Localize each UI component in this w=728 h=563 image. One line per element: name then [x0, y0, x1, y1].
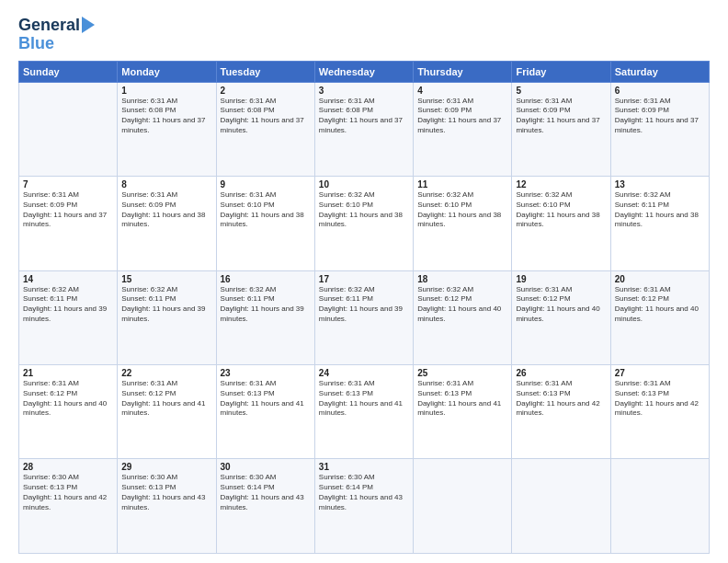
day-cell: 22Sunrise: 6:31 AM Sunset: 6:12 PM Dayli… — [118, 365, 216, 459]
day-number: 1 — [121, 86, 211, 96]
day-info: Sunrise: 6:31 AM Sunset: 6:12 PM Dayligh… — [615, 285, 705, 325]
day-number: 21 — [23, 368, 113, 378]
day-cell: 12Sunrise: 6:32 AM Sunset: 6:10 PM Dayli… — [512, 177, 610, 270]
day-cell: 18Sunrise: 6:32 AM Sunset: 6:12 PM Dayli… — [414, 270, 512, 364]
week-row-2: 7Sunrise: 6:31 AM Sunset: 6:09 PM Daylig… — [19, 177, 710, 270]
logo-text-general: General — [18, 17, 80, 35]
day-cell — [19, 82, 118, 176]
day-header-wednesday: Wednesday — [314, 61, 413, 82]
day-number: 7 — [23, 179, 113, 190]
day-cell: 19Sunrise: 6:31 AM Sunset: 6:12 PM Dayli… — [512, 270, 610, 364]
day-header-thursday: Thursday — [414, 61, 512, 82]
day-cell: 8Sunrise: 6:31 AM Sunset: 6:09 PM Daylig… — [118, 177, 216, 270]
day-cell: 17Sunrise: 6:32 AM Sunset: 6:11 PM Dayli… — [314, 270, 413, 364]
day-info: Sunrise: 6:32 AM Sunset: 6:11 PM Dayligh… — [221, 285, 311, 325]
day-cell: 13Sunrise: 6:32 AM Sunset: 6:11 PM Dayli… — [610, 177, 709, 270]
day-info: Sunrise: 6:32 AM Sunset: 6:12 PM Dayligh… — [417, 285, 507, 325]
day-info: Sunrise: 6:31 AM Sunset: 6:08 PM Dayligh… — [221, 97, 311, 136]
day-cell: 15Sunrise: 6:32 AM Sunset: 6:11 PM Dayli… — [118, 270, 216, 364]
day-info: Sunrise: 6:30 AM Sunset: 6:14 PM Dayligh… — [221, 473, 311, 512]
day-cell: 14Sunrise: 6:32 AM Sunset: 6:11 PM Dayli… — [19, 270, 118, 364]
day-number: 15 — [121, 274, 211, 284]
day-number: 6 — [615, 86, 705, 96]
day-info: Sunrise: 6:30 AM Sunset: 6:13 PM Dayligh… — [121, 473, 211, 512]
day-cell: 2Sunrise: 6:31 AM Sunset: 6:08 PM Daylig… — [216, 82, 314, 176]
header-row: SundayMondayTuesdayWednesdayThursdayFrid… — [19, 61, 710, 82]
day-cell: 29Sunrise: 6:30 AM Sunset: 6:13 PM Dayli… — [118, 459, 216, 554]
day-info: Sunrise: 6:32 AM Sunset: 6:11 PM Dayligh… — [23, 285, 113, 325]
day-number: 30 — [221, 462, 311, 472]
day-number: 13 — [615, 179, 705, 190]
day-number: 17 — [319, 274, 409, 284]
day-info: Sunrise: 6:32 AM Sunset: 6:10 PM Dayligh… — [417, 190, 507, 230]
day-info: Sunrise: 6:30 AM Sunset: 6:13 PM Dayligh… — [23, 473, 113, 512]
day-number: 9 — [221, 179, 311, 190]
day-info: Sunrise: 6:32 AM Sunset: 6:11 PM Dayligh… — [121, 285, 211, 325]
logo: General Blue — [18, 17, 95, 53]
day-cell: 25Sunrise: 6:31 AM Sunset: 6:13 PM Dayli… — [414, 365, 512, 459]
day-number: 4 — [417, 86, 507, 96]
day-info: Sunrise: 6:31 AM Sunset: 6:08 PM Dayligh… — [319, 97, 409, 136]
day-info: Sunrise: 6:31 AM Sunset: 6:09 PM Dayligh… — [417, 97, 507, 136]
day-cell: 23Sunrise: 6:31 AM Sunset: 6:13 PM Dayli… — [216, 365, 314, 459]
day-cell: 16Sunrise: 6:32 AM Sunset: 6:11 PM Dayli… — [216, 270, 314, 364]
page: General Blue SundayMondayTuesdayWednesda… — [0, 0, 728, 563]
day-number: 5 — [516, 86, 606, 96]
day-info: Sunrise: 6:31 AM Sunset: 6:13 PM Dayligh… — [417, 379, 507, 419]
day-cell: 31Sunrise: 6:30 AM Sunset: 6:14 PM Dayli… — [314, 459, 413, 554]
day-cell: 11Sunrise: 6:32 AM Sunset: 6:10 PM Dayli… — [414, 177, 512, 270]
week-row-1: 1Sunrise: 6:31 AM Sunset: 6:08 PM Daylig… — [19, 82, 710, 176]
day-cell: 3Sunrise: 6:31 AM Sunset: 6:08 PM Daylig… — [314, 82, 413, 176]
day-info: Sunrise: 6:32 AM Sunset: 6:11 PM Dayligh… — [319, 285, 409, 325]
day-header-friday: Friday — [512, 61, 610, 82]
day-number: 11 — [417, 179, 507, 190]
day-cell: 24Sunrise: 6:31 AM Sunset: 6:13 PM Dayli… — [314, 365, 413, 459]
day-header-sunday: Sunday — [19, 61, 118, 82]
logo-arrow-icon — [82, 17, 95, 33]
day-info: Sunrise: 6:31 AM Sunset: 6:12 PM Dayligh… — [516, 285, 606, 325]
day-cell: 20Sunrise: 6:31 AM Sunset: 6:12 PM Dayli… — [610, 270, 709, 364]
day-number: 3 — [319, 86, 409, 96]
day-number: 31 — [319, 462, 409, 472]
day-info: Sunrise: 6:31 AM Sunset: 6:09 PM Dayligh… — [516, 97, 606, 136]
day-number: 24 — [319, 368, 409, 378]
day-header-saturday: Saturday — [610, 61, 709, 82]
day-info: Sunrise: 6:31 AM Sunset: 6:12 PM Dayligh… — [121, 379, 211, 419]
day-info: Sunrise: 6:31 AM Sunset: 6:13 PM Dayligh… — [516, 379, 606, 419]
day-info: Sunrise: 6:31 AM Sunset: 6:13 PM Dayligh… — [319, 379, 409, 419]
day-info: Sunrise: 6:30 AM Sunset: 6:14 PM Dayligh… — [319, 473, 409, 512]
day-cell: 10Sunrise: 6:32 AM Sunset: 6:10 PM Dayli… — [314, 177, 413, 270]
day-number: 8 — [121, 179, 211, 190]
day-cell: 26Sunrise: 6:31 AM Sunset: 6:13 PM Dayli… — [512, 365, 610, 459]
day-info: Sunrise: 6:32 AM Sunset: 6:10 PM Dayligh… — [319, 190, 409, 230]
day-number: 2 — [221, 86, 311, 96]
day-number: 29 — [121, 462, 211, 472]
day-info: Sunrise: 6:32 AM Sunset: 6:10 PM Dayligh… — [516, 190, 606, 230]
day-cell: 6Sunrise: 6:31 AM Sunset: 6:09 PM Daylig… — [610, 82, 709, 176]
day-number: 23 — [221, 368, 311, 378]
day-cell: 28Sunrise: 6:30 AM Sunset: 6:13 PM Dayli… — [19, 459, 118, 554]
day-info: Sunrise: 6:31 AM Sunset: 6:13 PM Dayligh… — [221, 379, 311, 419]
day-header-monday: Monday — [118, 61, 216, 82]
day-info: Sunrise: 6:31 AM Sunset: 6:09 PM Dayligh… — [615, 97, 705, 136]
day-number: 14 — [23, 274, 113, 284]
week-row-5: 28Sunrise: 6:30 AM Sunset: 6:13 PM Dayli… — [19, 459, 710, 554]
day-info: Sunrise: 6:31 AM Sunset: 6:13 PM Dayligh… — [615, 379, 705, 419]
day-cell: 30Sunrise: 6:30 AM Sunset: 6:14 PM Dayli… — [216, 459, 314, 554]
day-cell — [512, 459, 610, 554]
day-cell — [610, 459, 709, 554]
day-info: Sunrise: 6:32 AM Sunset: 6:11 PM Dayligh… — [615, 190, 705, 230]
day-info: Sunrise: 6:31 AM Sunset: 6:09 PM Dayligh… — [121, 190, 211, 230]
day-cell — [414, 459, 512, 554]
day-number: 12 — [516, 179, 606, 190]
day-number: 22 — [121, 368, 211, 378]
day-cell: 9Sunrise: 6:31 AM Sunset: 6:10 PM Daylig… — [216, 177, 314, 270]
day-cell: 5Sunrise: 6:31 AM Sunset: 6:09 PM Daylig… — [512, 82, 610, 176]
day-number: 16 — [221, 274, 311, 284]
day-cell: 7Sunrise: 6:31 AM Sunset: 6:09 PM Daylig… — [19, 177, 118, 270]
day-cell: 27Sunrise: 6:31 AM Sunset: 6:13 PM Dayli… — [610, 365, 709, 459]
calendar-table: SundayMondayTuesdayWednesdayThursdayFrid… — [18, 61, 710, 554]
day-number: 26 — [516, 368, 606, 378]
day-number: 27 — [615, 368, 705, 378]
week-row-3: 14Sunrise: 6:32 AM Sunset: 6:11 PM Dayli… — [19, 270, 710, 364]
